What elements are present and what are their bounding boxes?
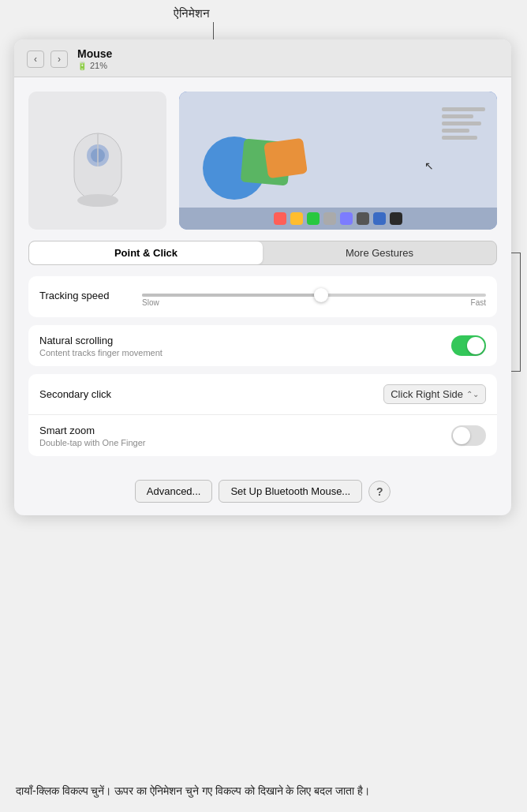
desktop-line-1 — [442, 107, 485, 111]
smart-zoom-row: Smart zoom Double-tap with One Finger — [28, 415, 497, 456]
natural-scrolling-label-block: Natural scrolling Content tracks finger … — [39, 335, 451, 357]
advanced-button[interactable]: Advanced... — [135, 480, 213, 503]
chevron-right-icon: › — [58, 54, 61, 65]
dock-item-5 — [357, 212, 369, 225]
annotation-bottom-text: दायाँ-क्लिक विकल्प चुनें। ऊपर का ऐनिमेशन… — [16, 783, 511, 799]
slider-labels: Slow Fast — [142, 298, 486, 307]
dock-item-1 — [290, 212, 303, 225]
mouse-svg — [66, 110, 129, 212]
smart-zoom-label-block: Smart zoom Double-tap with One Finger — [39, 425, 451, 447]
slider-thumb[interactable] — [314, 288, 328, 302]
desktop-inner: ↖ — [179, 92, 497, 208]
smart-zoom-toggle-thumb — [453, 427, 470, 444]
window-title: Mouse — [77, 47, 112, 60]
annotation-top-text: ऐनिमेशन — [174, 6, 210, 21]
desktop-line-4 — [442, 129, 469, 133]
secondary-click-label: Secondary click — [39, 388, 383, 400]
bluetooth-button[interactable]: Set Up Bluetooth Mouse... — [219, 480, 362, 503]
natural-scrolling-label: Natural scrolling — [39, 335, 451, 346]
annotation-line-right — [520, 253, 521, 371]
tracking-speed-label: Tracking speed — [39, 290, 142, 301]
forward-button[interactable]: › — [50, 51, 68, 68]
dock-item-0 — [274, 212, 286, 225]
tracking-speed-group: Tracking speed Slow Fast — [28, 276, 497, 317]
svg-point-4 — [77, 194, 118, 207]
secondary-click-group: Secondary click Click Right Side ⌃⌄ Smar… — [28, 374, 497, 456]
annotation-horiz-top — [511, 253, 521, 253]
back-button[interactable]: ‹ — [27, 51, 44, 68]
slider-fill — [142, 294, 321, 297]
secondary-click-row: Secondary click Click Right Side ⌃⌄ — [28, 374, 497, 415]
slider-slow-label: Slow — [142, 298, 159, 307]
tracking-slider-container[interactable]: Slow Fast — [142, 287, 486, 307]
help-button[interactable]: ? — [368, 481, 391, 503]
desktop-line-2 — [442, 114, 473, 118]
toggle-thumb — [467, 337, 484, 354]
chevron-left-icon: ‹ — [34, 54, 37, 65]
buttons-row: Advanced... Set Up Bluetooth Mouse... ? — [14, 472, 511, 515]
tab-more-gestures[interactable]: More Gestures — [263, 241, 496, 264]
titlebar: ‹ › Mouse 🔋 21% — [14, 39, 511, 77]
natural-scrolling-toggle[interactable] — [451, 335, 486, 356]
slider-fast-label: Fast — [471, 298, 486, 307]
main-window: ‹ › Mouse 🔋 21% — [14, 39, 511, 515]
desktop-cursor-icon: ↖ — [424, 159, 434, 172]
slider-track[interactable] — [142, 294, 486, 297]
smart-zoom-label: Smart zoom — [39, 425, 451, 436]
natural-scrolling-group: Natural scrolling Content tracks finger … — [28, 325, 497, 366]
natural-scrolling-sublabel: Content tracks finger movement — [39, 348, 451, 357]
tabs-row: Point & Click More Gestures — [28, 241, 497, 265]
annotation-horiz-bottom — [511, 371, 521, 372]
natural-scrolling-row: Natural scrolling Content tracks finger … — [28, 325, 497, 366]
tab-point-click[interactable]: Point & Click — [29, 241, 263, 264]
tracking-header: Tracking speed Slow Fast — [39, 284, 486, 307]
battery-percent: 21% — [90, 61, 107, 70]
tracking-speed-row: Tracking speed Slow Fast — [28, 276, 497, 317]
dock-item-2 — [307, 212, 320, 225]
dock-item-7 — [390, 212, 402, 225]
dock-item-3 — [323, 212, 336, 225]
smart-zoom-sublabel: Double-tap with One Finger — [39, 438, 451, 447]
secondary-click-value: Click Right Side — [391, 388, 463, 400]
secondary-click-label-block: Secondary click — [39, 388, 383, 400]
battery-status: 🔋 21% — [77, 61, 112, 70]
secondary-click-select[interactable]: Click Right Side ⌃⌄ — [383, 384, 486, 404]
dock-bar — [179, 208, 497, 230]
settings-area: Tracking speed Slow Fast — [14, 265, 511, 472]
mouse-illustration — [28, 92, 166, 230]
desktop-line-3 — [442, 122, 481, 125]
dock-item-4 — [340, 212, 353, 225]
preview-section: ↖ — [14, 77, 511, 241]
smart-zoom-toggle[interactable] — [451, 425, 486, 446]
battery-icon: 🔋 — [77, 62, 87, 70]
desktop-shape-orange — [264, 138, 308, 179]
desktop-preview: ↖ — [179, 92, 497, 230]
desktop-lines — [442, 107, 489, 143]
desktop-line-5 — [442, 136, 477, 140]
dock-item-6 — [373, 212, 386, 225]
annotation-bottom: दायाँ-क्लिक विकल्प चुनें। ऊपर का ऐनिमेशन… — [0, 770, 527, 812]
title-block: Mouse 🔋 21% — [77, 47, 112, 70]
select-arrow-icon: ⌃⌄ — [466, 390, 479, 399]
